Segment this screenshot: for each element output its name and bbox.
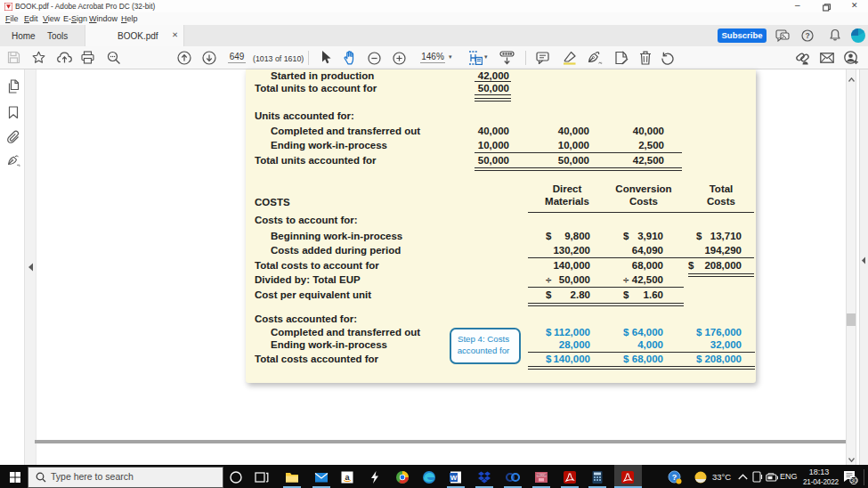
svg-text:30: 30 <box>850 477 857 484</box>
svg-text:?: ? <box>672 473 677 482</box>
svg-text:W: W <box>450 474 458 482</box>
svg-text:TRCOP: TRCOP <box>536 474 548 477</box>
svg-text:?: ? <box>805 31 809 40</box>
